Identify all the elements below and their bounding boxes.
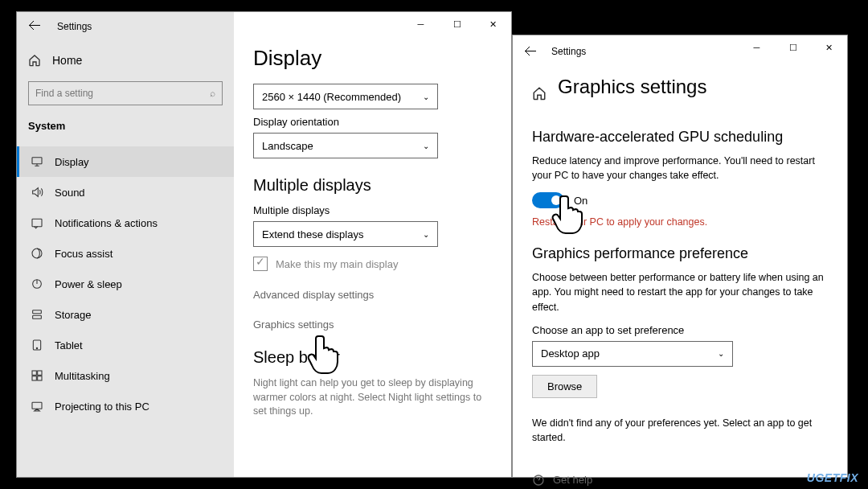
svg-point-6 [36, 347, 37, 348]
multiple-displays-value: Extend these displays [262, 228, 363, 240]
app-type-value: Desktop app [541, 347, 600, 360]
sound-icon [31, 186, 43, 199]
back-button[interactable]: 🡠 [524, 44, 537, 59]
multiple-displays-dropdown[interactable]: Extend these displays ⌄ [253, 221, 438, 247]
performance-pref-desc: Choose between better performance or bat… [532, 270, 828, 314]
svg-rect-10 [38, 376, 42, 380]
orientation-dropdown[interactable]: Landscape ⌄ [253, 133, 438, 158]
focus-icon [31, 247, 43, 260]
graphics-settings-window: 🡠 Settings ─ ☐ ✕ Graphics settings Hardw… [512, 35, 848, 478]
svg-rect-7 [32, 371, 36, 375]
svg-rect-0 [32, 158, 42, 164]
close-button[interactable]: ✕ [811, 35, 847, 60]
chevron-down-icon: ⌄ [718, 349, 724, 358]
advanced-display-link[interactable]: Advanced display settings [253, 289, 492, 301]
search-placeholder: Find a setting [35, 88, 93, 99]
maximize-button[interactable]: ☐ [775, 35, 811, 60]
orientation-value: Landscape [262, 140, 313, 152]
sidebar-item-label: Tablet [55, 339, 83, 351]
sidebar-item-label: Display [55, 156, 89, 168]
get-help-label: Get help [553, 474, 592, 486]
notif-icon [31, 216, 43, 229]
back-button[interactable]: 🡠 [28, 18, 41, 33]
page-header: Graphics settings [532, 76, 828, 111]
chevron-down-icon: ⌄ [423, 92, 429, 101]
restart-warning: Restart your PC to apply your changes. [532, 216, 828, 228]
sidebar-item-power[interactable]: Power & sleep [17, 269, 234, 299]
resolution-dropdown[interactable]: 2560 × 1440 (Recommended) ⌄ [253, 84, 438, 109]
close-button[interactable]: ✕ [475, 12, 511, 36]
titlebar: 🡠 Settings ─ ☐ ✕ [513, 35, 847, 68]
sidebar-item-label: Projecting to this PC [55, 401, 149, 413]
sidebar-item-label: Focus assist [55, 248, 113, 260]
home-icon[interactable] [532, 86, 547, 101]
svg-rect-4 [33, 315, 42, 318]
sleep-better-desc: Night light can help you get to sleep by… [253, 376, 492, 419]
multiple-displays-heading: Multiple displays [253, 176, 492, 195]
svg-rect-9 [32, 376, 36, 380]
help-icon [532, 474, 545, 487]
browse-button[interactable]: Browse [532, 375, 597, 398]
search-input[interactable]: Find a setting ⌕ [28, 81, 223, 105]
checkbox-icon [253, 257, 268, 271]
sidebar-item-sound[interactable]: Sound [17, 177, 234, 208]
sidebar-item-label: Multitasking [55, 370, 110, 382]
sidebar-item-label: Notifications & actions [55, 217, 158, 229]
orientation-label: Display orientation [253, 116, 492, 128]
app-type-dropdown[interactable]: Desktop app ⌄ [532, 341, 733, 367]
page-heading: Display [253, 46, 492, 71]
resolution-value: 2560 × 1440 (Recommended) [262, 91, 401, 103]
gpu-toggle-row: On [532, 192, 828, 208]
sidebar-item-label: Storage [55, 309, 92, 321]
window-title: Settings [551, 46, 586, 57]
tablet-icon [31, 339, 43, 351]
settings-display-window: 🡠 Settings ─ ☐ ✕ Home Find a setting ⌕ S… [16, 11, 512, 478]
multiple-displays-label: Multiple displays [253, 204, 492, 216]
sidebar-item-storage[interactable]: Storage [17, 299, 234, 330]
project-icon [31, 400, 43, 413]
sidebar-item-tablet[interactable]: Tablet [17, 330, 234, 360]
minimize-button[interactable]: ─ [739, 35, 775, 60]
watermark: UGETFIX [807, 471, 858, 484]
performance-pref-heading: Graphics performance preference [532, 245, 828, 262]
main-display-label: Make this my main display [276, 258, 398, 270]
gpu-toggle[interactable] [532, 192, 564, 208]
storage-icon [31, 308, 43, 321]
empty-preferences-msg: We didn't find any of your preferences y… [532, 416, 828, 445]
sleep-better-heading: Sleep better [253, 348, 492, 367]
home-nav[interactable]: Home [17, 46, 234, 75]
svg-rect-11 [32, 402, 42, 409]
choose-app-label: Choose an app to set preference [532, 324, 828, 336]
chevron-down-icon: ⌄ [423, 142, 429, 150]
sidebar-item-multi[interactable]: Multitasking [17, 360, 234, 391]
display-icon [31, 155, 43, 168]
home-icon [28, 54, 41, 67]
graphics-content: Graphics settings Hardware-accelerated G… [513, 68, 847, 489]
window-title: Settings [57, 21, 92, 32]
graphics-settings-link[interactable]: Graphics settings [253, 318, 492, 331]
sidebar-item-focus[interactable]: Focus assist [17, 238, 234, 269]
multi-icon [31, 369, 43, 382]
gpu-scheduling-desc: Reduce latency and improve performance. … [532, 154, 828, 183]
svg-rect-1 [32, 219, 42, 226]
sidebar-item-project[interactable]: Projecting to this PC [17, 391, 234, 421]
sidebar-list: DisplaySoundNotifications & actionsFocus… [17, 146, 234, 421]
chevron-down-icon: ⌄ [423, 230, 429, 239]
get-help-link[interactable]: Get help [532, 474, 828, 487]
window-controls: ─ ☐ ✕ [739, 35, 847, 60]
category-heading: System [17, 115, 234, 137]
sidebar-item-label: Sound [55, 187, 85, 199]
sidebar-item-notif[interactable]: Notifications & actions [17, 208, 234, 238]
maximize-button[interactable]: ☐ [439, 12, 475, 36]
home-label: Home [52, 54, 82, 67]
minimize-button[interactable]: ─ [403, 12, 439, 36]
search-icon: ⌕ [210, 88, 215, 99]
gpu-toggle-label: On [574, 195, 588, 207]
gpu-scheduling-heading: Hardware-accelerated GPU scheduling [532, 129, 828, 146]
page-title: Graphics settings [558, 76, 706, 98]
sidebar-item-label: Power & sleep [55, 278, 122, 290]
main-display-checkbox[interactable]: Make this my main display [253, 257, 492, 271]
power-icon [31, 277, 43, 290]
sidebar-item-display[interactable]: Display [17, 146, 234, 177]
svg-rect-8 [38, 371, 42, 375]
